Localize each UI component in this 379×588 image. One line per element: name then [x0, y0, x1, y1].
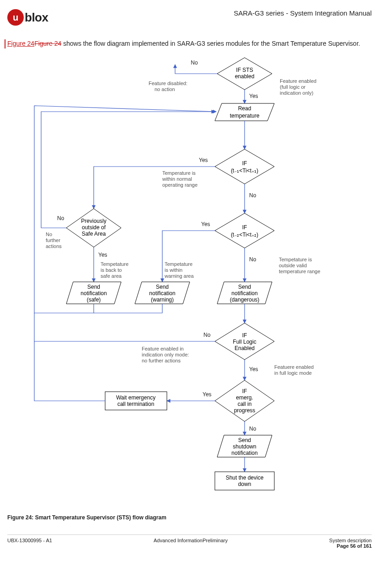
node-if-t2: IF (t₋₂<Ti<t₊₂) [215, 213, 274, 248]
intro-paragraph: Figure 24Figure 24 shows the flow diagra… [5, 39, 372, 49]
svg-text:Enabled: Enabled [234, 345, 254, 351]
label-yes-t2: Yes [201, 221, 210, 227]
page-header: u blox SARA-G3 series - System Integrati… [7, 9, 372, 26]
svg-text:IF: IF [242, 332, 247, 339]
node-shutdown-notif: Send shutdown notification [217, 435, 272, 457]
svg-text:indication only mode:: indication only mode: [142, 352, 189, 357]
svg-text:(t₋₂<Ti<t₊₂): (t₋₂<Ti<t₊₂) [230, 232, 258, 238]
svg-text:IF STS: IF STS [236, 67, 253, 73]
node-if-sts-enabled: IF STS enabled [217, 58, 272, 90]
figure-ref-old: Figure 24 [34, 40, 61, 47]
logo-mark-icon: u [7, 9, 24, 26]
svg-text:temperature range: temperature range [279, 269, 320, 274]
svg-text:actions: actions [46, 243, 62, 249]
label-no-full: No [203, 332, 211, 338]
label-yes-full: Yes [249, 366, 258, 372]
node-if-t1: IF (t₋₁<Ti<t₊₁) [215, 149, 274, 184]
svg-text:Shut the device: Shut the device [225, 475, 263, 481]
svg-text:temperature: temperature [230, 113, 259, 119]
svg-text:further: further [46, 237, 60, 243]
svg-text:emerg.: emerg. [236, 394, 253, 401]
svg-text:enabled: enabled [235, 73, 254, 80]
flow-diagram: .flowline { stroke:#4060c8; stroke-width… [25, 53, 354, 511]
svg-text:(warning): (warning) [150, 297, 173, 303]
node-notif-warn: Send notification (warning) [135, 282, 190, 304]
node-prev-outside: Previously outside of Safe Area [66, 209, 121, 247]
node-wait-emerg: Wait emergency call termination [105, 392, 167, 410]
svg-text:down: down [238, 481, 251, 487]
anno-temp-warn: Tempetature [165, 261, 192, 267]
footer-doc-id: UBX-13000995 - A1 [7, 538, 52, 549]
node-read-temperature: Read temperature [215, 103, 274, 121]
intro-text: shows the flow diagram implemented in SA… [61, 40, 360, 47]
svg-text:is within: is within [165, 267, 182, 273]
anno-back-safe: Tempetature [101, 261, 128, 267]
svg-text:Send: Send [155, 284, 168, 290]
svg-text:Send: Send [238, 284, 251, 290]
label-no: No [191, 59, 198, 66]
node-notif-danger: Send notification (dangerous) [217, 282, 272, 304]
svg-text:warning area: warning area [164, 273, 194, 279]
svg-text:notification: notification [80, 290, 107, 297]
logo-text: blox [25, 11, 48, 25]
svg-text:is back to: is back to [101, 267, 122, 273]
svg-text:Previously: Previously [81, 218, 106, 224]
svg-text:within normal: within normal [162, 176, 192, 182]
node-emerg-call: IF emerg. call in progress [215, 380, 274, 421]
svg-text:outside of: outside of [81, 224, 106, 231]
label-yes-prev: Yes [98, 252, 107, 258]
figure-caption: Figure 24: Smart Temperature Supervisor … [7, 514, 372, 521]
svg-text:(full logic or: (full logic or [280, 84, 306, 90]
svg-text:call in: call in [237, 401, 251, 407]
svg-text:progress: progress [234, 407, 255, 414]
svg-text:indication only): indication only) [280, 90, 313, 96]
anno-no-further: No [46, 232, 52, 237]
anno-feat-disabled: Feature disabled: [149, 81, 187, 86]
svg-text:(dangerous): (dangerous) [230, 297, 259, 303]
figure-ref-new: Figure 24 [7, 40, 34, 47]
svg-text:Full Logic: Full Logic [233, 339, 256, 345]
svg-text:Wait emergency: Wait emergency [116, 394, 155, 401]
node-shut-down: Shut the device down [215, 472, 274, 490]
svg-text:no action: no action [155, 86, 175, 92]
footer-status: Advanced InformationPreliminary [52, 538, 329, 549]
anno-temp-outside: Tempetature is [279, 257, 312, 262]
node-notif-safe: Send notification (safe) [66, 282, 121, 304]
document-title: SARA-G3 series - System Integration Manu… [234, 9, 372, 17]
logo: u blox [7, 9, 48, 26]
svg-text:(safe): (safe) [86, 297, 101, 303]
svg-text:call termination: call termination [117, 401, 154, 407]
label-yes-emerg: Yes [203, 391, 212, 398]
svg-text:notification: notification [231, 290, 257, 297]
svg-text:safe area: safe area [101, 273, 122, 279]
svg-text:notification: notification [149, 290, 175, 297]
svg-text:outside valid: outside valid [279, 263, 307, 268]
svg-text:(t₋₁<Ti<t₊₁): (t₋₁<Ti<t₊₁) [230, 167, 258, 174]
svg-text:Send: Send [238, 437, 251, 443]
anno-ind-only: Feature enabled in [142, 346, 184, 351]
label-no-t2: No [249, 256, 256, 263]
svg-text:no  further actions: no further actions [142, 358, 181, 363]
svg-text:Safe Area: Safe Area [81, 231, 106, 237]
page-footer: UBX-13000995 - A1 Advanced InformationPr… [7, 534, 372, 549]
anno-temp-normal: Temperature is [162, 170, 196, 176]
svg-text:operating range: operating range [162, 182, 198, 188]
anno-feat-enabled: Feature enabled [280, 78, 316, 84]
svg-text:IF: IF [242, 160, 247, 167]
label-no-emerg: No [249, 426, 256, 432]
svg-text:IF: IF [242, 224, 247, 231]
label-no-prev: No [57, 215, 64, 221]
svg-text:notification: notification [231, 450, 257, 456]
node-full-logic: IF Full Logic Enabled [215, 323, 274, 360]
svg-text:Read: Read [238, 105, 251, 112]
svg-text:IF: IF [242, 388, 247, 394]
anno-full-mode: Featuere enabled [274, 364, 314, 370]
label-yes: Yes [249, 93, 258, 99]
footer-section: System description [329, 538, 372, 543]
svg-text:Send: Send [87, 284, 100, 290]
label-yes-t1: Yes [199, 157, 208, 163]
label-no-t1: No [249, 192, 256, 199]
footer-page-number: Page 56 of 161 [329, 543, 372, 549]
svg-text:shutdown: shutdown [233, 443, 256, 450]
svg-text:in full logic mode: in full logic mode [274, 370, 312, 376]
